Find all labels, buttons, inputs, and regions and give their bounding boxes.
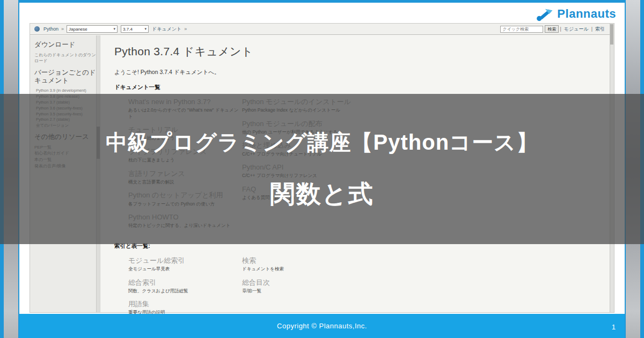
page-title: Python 3.7.4 ドキュメント xyxy=(114,44,598,59)
doc-link-desc: ドキュメントを検索 xyxy=(242,266,356,272)
plannauts-logo-icon xyxy=(536,6,554,22)
copyright-text: Copyright © Plannauts,Inc. xyxy=(277,322,367,330)
brand-logo: Plannauts xyxy=(536,6,616,22)
breadcrumb-python-link[interactable]: Python xyxy=(43,26,58,32)
search-button[interactable]: 検索 xyxy=(545,25,559,33)
doc-link[interactable]: 総合索引 xyxy=(128,278,242,287)
page-number: 1 xyxy=(612,323,616,331)
doc-link[interactable]: 用語集 xyxy=(128,300,242,308)
sidebar-link-python39[interactable]: Python 3.9 (in development) xyxy=(34,88,98,94)
breadcrumb-docs-link[interactable]: ドキュメント xyxy=(152,26,181,33)
doc-link[interactable]: モジュール総索引 xyxy=(128,256,242,265)
doc-link-desc: 章/節一覧 xyxy=(242,288,356,294)
title-overlay-band: 中級プログラミング講座【Pythonコース】 関数と式 xyxy=(0,94,644,244)
chevron-down-icon: ▾ xyxy=(114,27,116,31)
index-link[interactable]: 索引 xyxy=(595,26,605,33)
doc-entry: モジュール総索引 全モジュール早見表 xyxy=(128,256,242,273)
sidebar-heading-versions: バージョンごとのドキュメント xyxy=(34,69,98,85)
doc-link[interactable]: 総合目次 xyxy=(242,278,356,287)
doc-link[interactable]: 検索 xyxy=(242,256,356,265)
docs-scrollbar-thumb[interactable] xyxy=(610,24,613,45)
indices-table: モジュール総索引 全モジュール早見表 総合索引 関数、クラスおよび用語総覧 用語… xyxy=(114,256,598,322)
doc-link-desc: 関数、クラスおよび用語総覧 xyxy=(128,288,242,294)
doc-entry: 総合目次 章/節一覧 xyxy=(242,278,356,295)
language-select-value: Japanese xyxy=(69,27,87,32)
course-title: 中級プログラミング講座【Pythonコース】 xyxy=(106,128,538,157)
parts-heading: ドキュメント一覧 xyxy=(114,84,598,91)
card-footer: Copyright © Plannauts,Inc. 1 xyxy=(19,314,625,338)
chevron-down-icon: ▾ xyxy=(145,27,147,31)
version-select-value: 3.7.4 xyxy=(123,27,133,32)
lesson-title: 関数と式 xyxy=(270,178,374,211)
quick-search-input[interactable] xyxy=(500,26,543,33)
relbar-search-area: 検索 | モジュール | 索引 xyxy=(500,25,606,33)
doc-link-desc: 全モジュール早見表 xyxy=(128,266,242,272)
indices-left-column: モジュール総索引 全モジュール早見表 総合索引 関数、クラスおよび用語総覧 用語… xyxy=(128,256,242,322)
docs-relbar: Python » Japanese ▾ 3.7.4 ▾ ドキュメント » 検索 … xyxy=(30,24,614,35)
language-select[interactable]: Japanese ▾ xyxy=(67,25,118,33)
separator: | xyxy=(560,26,561,32)
doc-entry: 検索 ドキュメントを検索 xyxy=(242,256,356,273)
sidebar-heading-download: ダウンロード xyxy=(34,41,98,49)
doc-entry: 総合索引 関数、クラスおよび用語総覧 xyxy=(128,278,242,295)
python-logo-icon xyxy=(34,26,40,32)
welcome-text: ようこそ! Python 3.7.4 ドキュメントへ。 xyxy=(114,69,598,76)
sidebar-link-download-docs[interactable]: これらのドキュメントのダウンロード xyxy=(34,52,98,64)
separator: | xyxy=(591,26,592,32)
breadcrumb-separator: » xyxy=(184,26,187,32)
breadcrumb-separator: » xyxy=(61,26,64,32)
version-select[interactable]: 3.7.4 ▾ xyxy=(121,25,149,33)
indices-right-column: 検索 ドキュメントを検索 総合目次 章/節一覧 xyxy=(242,256,356,322)
modules-link[interactable]: モジュール xyxy=(564,26,589,33)
brand-logo-text: Plannauts xyxy=(557,7,616,21)
